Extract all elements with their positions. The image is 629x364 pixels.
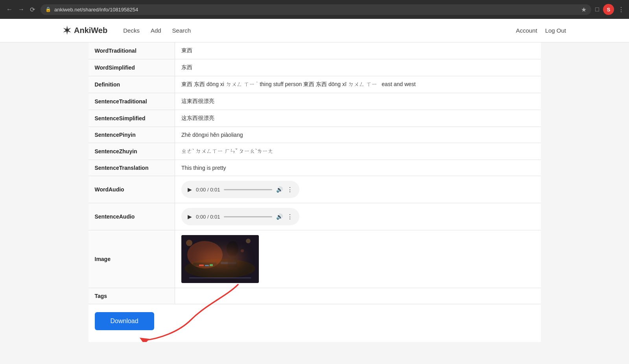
reload-button[interactable]: ⟳ bbox=[28, 4, 37, 15]
sentence-audio-label: SentenceAudio bbox=[89, 203, 175, 230]
extensions-icon[interactable]: □ bbox=[595, 6, 599, 13]
svg-point-10 bbox=[186, 240, 192, 246]
sentence-audio-progress[interactable] bbox=[224, 216, 272, 217]
security-icon: 🔒 bbox=[45, 7, 51, 12]
table-row-image: Image bbox=[89, 230, 541, 288]
table-row: SentencePinyin Zhè dōngxi hěn piàoliang bbox=[89, 127, 541, 143]
app-header: ✶ AnkiWeb Decks Add Search Account Log O… bbox=[0, 19, 629, 42]
sentence-audio-more-button[interactable]: ⋮ bbox=[287, 213, 293, 221]
row-label: Definition bbox=[89, 76, 175, 93]
table-row-word-audio: WordAudio ▶ 0:00 / 0:01 🔊 ⋮ bbox=[89, 176, 541, 203]
back-button[interactable]: ← bbox=[5, 4, 14, 15]
row-label: SentenceZhuyin bbox=[89, 143, 175, 160]
word-audio-time: 0:00 / 0:01 bbox=[196, 187, 220, 193]
row-value: ㄓㄜˋ ㄉㄨㄥㄒㄧ ㄏㄣˇ ㄆㄧㄠˋㄌㄧㄤ bbox=[175, 143, 541, 160]
word-audio-volume-button[interactable]: 🔊 bbox=[276, 186, 283, 193]
forward-button[interactable]: → bbox=[17, 4, 26, 15]
table-row-sentence-audio: SentenceAudio ▶ 0:00 / 0:01 🔊 ⋮ bbox=[89, 203, 541, 230]
nav-add[interactable]: Add bbox=[151, 27, 161, 34]
table-row: SentenceZhuyin ㄓㄜˋ ㄉㄨㄥㄒㄧ ㄏㄣˇ ㄆㄧㄠˋㄌㄧㄤ bbox=[89, 143, 541, 160]
word-audio-more-button[interactable]: ⋮ bbox=[287, 186, 293, 193]
word-audio-player: ▶ 0:00 / 0:01 🔊 ⋮ bbox=[175, 176, 541, 203]
info-table: WordTraditional 東西 WordSimplified 东西 Def… bbox=[89, 42, 541, 304]
svg-rect-7 bbox=[210, 264, 213, 266]
address-bar[interactable]: 🔒 ankiweb.net/shared/info/1081958254 ★ bbox=[41, 4, 591, 15]
account-link[interactable]: Account bbox=[516, 27, 537, 34]
logout-link[interactable]: Log Out bbox=[545, 27, 566, 34]
download-button[interactable]: Download bbox=[95, 312, 154, 330]
nav-buttons: ← → ⟳ bbox=[5, 4, 37, 15]
sentence-audio-volume-button[interactable]: 🔊 bbox=[276, 213, 283, 220]
row-label: SentenceSimplified bbox=[89, 110, 175, 127]
download-section: Download bbox=[89, 304, 541, 342]
table-row-tags: Tags bbox=[89, 288, 541, 304]
logo-icon: ✶ bbox=[63, 25, 71, 36]
word-audio-progress[interactable] bbox=[224, 189, 272, 190]
row-value: 东西 bbox=[175, 59, 541, 76]
svg-point-8 bbox=[227, 241, 238, 257]
logo-text: AnkiWeb bbox=[74, 26, 107, 35]
sentence-audio-play-button[interactable]: ▶ bbox=[188, 213, 192, 220]
url-display: ankiweb.net/shared/info/1081958254 bbox=[54, 7, 578, 13]
tags-label: Tags bbox=[89, 288, 175, 304]
nav-decks[interactable]: Decks bbox=[123, 27, 140, 34]
row-value: 東西 bbox=[175, 42, 541, 59]
row-value: 東西 东西 dōng xi ㄉㄨㄥ ㄒㄧ ˙ thing stuff perso… bbox=[175, 76, 541, 93]
row-label: WordSimplified bbox=[89, 59, 175, 76]
word-audio-play-button[interactable]: ▶ bbox=[188, 186, 192, 193]
sentence-audio-time: 0:00 / 0:01 bbox=[196, 214, 220, 220]
svg-point-11 bbox=[246, 239, 251, 243]
browser-menu-icon[interactable]: ⋮ bbox=[618, 6, 624, 13]
word-audio-control: ▶ 0:00 / 0:01 🔊 ⋮ bbox=[181, 181, 299, 198]
row-value: 这东西很漂亮 bbox=[175, 110, 541, 127]
svg-point-12 bbox=[241, 249, 244, 252]
table-row: WordTraditional 東西 bbox=[89, 42, 541, 59]
nav-search[interactable]: Search bbox=[172, 27, 191, 34]
sentence-audio-player: ▶ 0:00 / 0:01 🔊 ⋮ bbox=[175, 203, 541, 230]
row-label: SentencePinyin bbox=[89, 127, 175, 143]
logo: ✶ AnkiWeb bbox=[63, 25, 107, 36]
tags-value bbox=[175, 288, 541, 304]
svg-rect-5 bbox=[199, 265, 204, 266]
main-nav: Decks Add Search bbox=[123, 27, 500, 34]
sentence-audio-control: ▶ 0:00 / 0:01 🔊 ⋮ bbox=[181, 208, 299, 225]
image-svg bbox=[181, 235, 259, 283]
svg-rect-3 bbox=[193, 263, 217, 266]
row-label: WordTraditional bbox=[89, 42, 175, 59]
bookmark-icon: ★ bbox=[581, 6, 587, 13]
row-value: This thing is pretty bbox=[175, 160, 541, 176]
svg-rect-4 bbox=[221, 262, 236, 264]
profile-button[interactable]: S bbox=[603, 4, 614, 15]
image-cell bbox=[175, 230, 541, 288]
word-audio-label: WordAudio bbox=[89, 176, 175, 203]
header-actions: Account Log Out bbox=[516, 27, 566, 34]
svg-point-2 bbox=[187, 241, 223, 268]
svg-rect-9 bbox=[228, 256, 237, 267]
row-label: SentenceTraditional bbox=[89, 93, 175, 110]
table-row: WordSimplified 东西 bbox=[89, 59, 541, 76]
card-image bbox=[181, 235, 259, 283]
svg-rect-6 bbox=[205, 265, 209, 266]
row-value: Zhè dōngxi hěn piàoliang bbox=[175, 127, 541, 143]
browser-chrome: ← → ⟳ 🔒 ankiweb.net/shared/info/10819582… bbox=[0, 0, 629, 19]
row-value: 這東西很漂亮 bbox=[175, 93, 541, 110]
table-row: SentenceTranslation This thing is pretty bbox=[89, 160, 541, 176]
table-row: Definition 東西 东西 dōng xi ㄉㄨㄥ ㄒㄧ ˙ thing … bbox=[89, 76, 541, 93]
table-row: SentenceSimplified 这东西很漂亮 bbox=[89, 110, 541, 127]
row-label: SentenceTranslation bbox=[89, 160, 175, 176]
main-content: WordTraditional 東西 WordSimplified 东西 Def… bbox=[89, 42, 541, 342]
svg-marker-13 bbox=[140, 338, 149, 342]
browser-action-buttons: □ S ⋮ bbox=[595, 4, 624, 15]
image-label: Image bbox=[89, 230, 175, 288]
table-row: SentenceTraditional 這東西很漂亮 bbox=[89, 93, 541, 110]
